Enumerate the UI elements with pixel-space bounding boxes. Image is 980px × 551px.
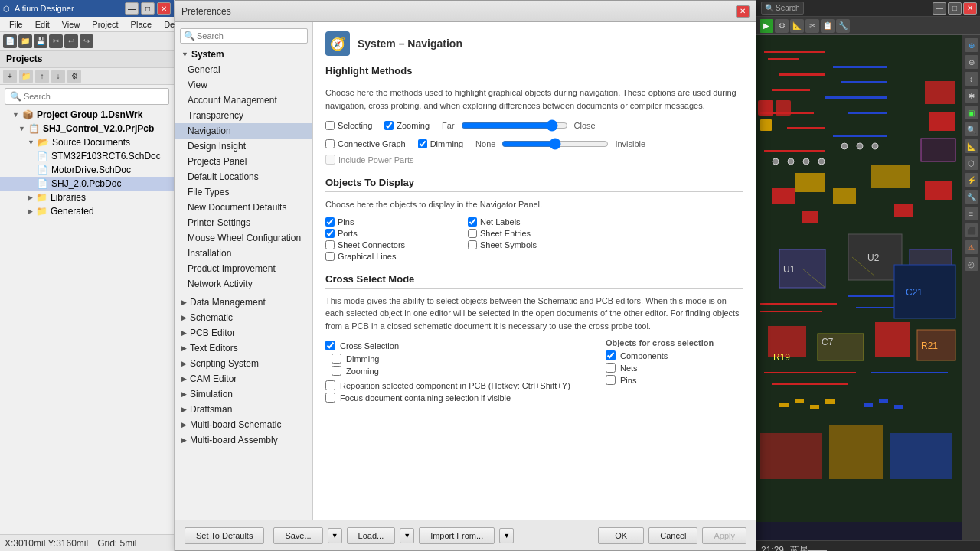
nav-item-default-locations[interactable]: Default Locations [175,169,312,184]
pcb-rt-6[interactable]: 🔍 [965,122,978,136]
pcb-rt-12[interactable]: ⬛ [965,223,978,237]
nav-item-scripting[interactable]: ▶ Scripting System [175,356,312,371]
panel-icon-3[interactable]: ↑ [35,70,49,83]
panel-icon-1[interactable]: + [3,70,17,83]
panel-icon-4[interactable]: ↓ [51,70,65,83]
graphical-lines-checkbox[interactable] [325,252,335,261]
maximize-button[interactable]: □ [141,2,155,15]
load-arrow-button[interactable]: ▼ [400,528,414,543]
cross-selection-checkbox[interactable] [325,341,335,350]
reposition-checkbox[interactable] [325,380,335,390]
tree-item-project-group[interactable]: ▼ 📦 Project Group 1.DsnWrk [0,108,174,122]
nav-search-input[interactable] [197,31,304,41]
nav-item-multiboard-asm[interactable]: ▶ Multi-board Assembly [175,432,312,448]
tree-item-pcb[interactable]: 📄 SHJ_2.0.PcbDoc [0,177,174,191]
pcb-rt-11[interactable]: ≡ [965,207,978,220]
nav-item-projects-panel[interactable]: Projects Panel [175,154,312,169]
save-arrow-button[interactable]: ▼ [328,528,342,543]
pcb-tool-1[interactable]: ▶ [760,19,773,33]
tree-item-generated[interactable]: ▶ 📁 Generated [0,204,174,218]
dimming-cs-checkbox[interactable] [332,354,341,364]
tree-item-project[interactable]: ▼ 📋 SHJ_Control_V2.0.PrjPcb [0,122,174,135]
nav-item-network-activity[interactable]: Network Activity [175,276,312,292]
sheet-symbols-checkbox[interactable] [468,240,477,249]
nav-item-pcb-editor[interactable]: ▶ PCB Editor [175,325,312,341]
toolbar-icon-6[interactable]: ↪ [80,34,93,48]
pcb-rt-5[interactable]: ▣ [965,106,978,119]
pcb-rt-3[interactable]: ↕ [965,72,978,86]
nav-item-text-editors[interactable]: ▶ Text Editors [175,341,312,356]
pins-checkbox[interactable] [325,217,335,227]
nav-item-data-mgmt[interactable]: ▶ Data Management [175,295,312,310]
panel-icon-5[interactable]: ⚙ [67,70,81,83]
dimming-checkbox[interactable] [418,139,427,148]
tree-item-source-docs[interactable]: ▼ 📂 Source Documents [0,135,174,149]
pcb-rt-4[interactable]: ✱ [965,89,978,103]
pcb-minimize-btn[interactable]: — [933,2,946,15]
nav-item-printer-settings[interactable]: Printer Settings [175,215,312,230]
nets-checkbox[interactable] [606,363,616,373]
nav-item-multiboard-sch[interactable]: ▶ Multi-board Schematic [175,417,312,432]
pcb-tool-6[interactable]: 🔧 [836,19,850,33]
nav-item-design-insight[interactable]: Design Insight [175,139,312,154]
nav-item-product-improvement[interactable]: Product Improvement [175,261,312,276]
nav-item-view[interactable]: View [175,77,312,93]
pcb-tool-5[interactable]: 📋 [821,19,835,33]
save-button[interactable]: Save... [273,527,322,544]
dialog-close-button[interactable]: ✕ [736,5,750,18]
menu-project[interactable]: Project [86,18,124,31]
apply-button[interactable]: Apply [702,527,746,544]
menu-file[interactable]: File [3,18,29,31]
toolbar-icon-3[interactable]: 💾 [34,34,47,48]
pcb-tool-2[interactable]: ⚙ [775,19,789,33]
components-checkbox[interactable] [606,350,616,360]
ports-checkbox[interactable] [325,229,335,238]
pcb-rt-2[interactable]: ⊖ [965,55,978,69]
pcb-rt-13[interactable]: ⚠ [965,240,978,254]
minimize-button[interactable]: — [125,2,139,15]
pcb-canvas[interactable]: U1 U2 U3 R19 C7 R21 [756,35,980,540]
nav-item-mouse-wheel[interactable]: Mouse Wheel Configuration [175,230,312,246]
toolbar-icon-5[interactable]: ↩ [64,34,78,48]
nav-item-navigation[interactable]: Navigation [175,123,312,139]
nav-item-new-doc-defaults[interactable]: New Document Defaults [175,200,312,215]
import-from-button[interactable]: Import From... [419,527,495,544]
pcb-tool-3[interactable]: 📐 [790,19,804,33]
app-close-button[interactable]: ✕ [157,2,171,15]
pcb-tool-4[interactable]: ✂ [805,19,819,33]
sheet-entries-checkbox[interactable] [468,229,477,238]
menu-view[interactable]: View [56,18,87,31]
nav-item-simulation[interactable]: ▶ Simulation [175,386,312,402]
panel-icon-2[interactable]: 📁 [19,70,33,83]
pcb-rt-10[interactable]: 🔧 [965,190,978,204]
import-arrow-button[interactable]: ▼ [499,528,514,543]
nav-item-installation[interactable]: Installation [175,246,312,261]
none-invisible-slider[interactable] [501,139,609,148]
zooming-cs-checkbox[interactable] [332,366,341,376]
nav-item-cam[interactable]: ▶ CAM Editor [175,371,312,386]
nav-item-schematic[interactable]: ▶ Schematic [175,310,312,325]
toolbar-icon-4[interactable]: ✂ [49,34,63,48]
pcb-rt-7[interactable]: 📐 [965,139,978,153]
nav-item-account-mgmt[interactable]: Account Management [175,93,312,108]
include-power-parts-checkbox[interactable] [325,155,335,165]
nav-item-file-types[interactable]: File Types [175,184,312,200]
tree-item-libraries[interactable]: ▶ 📁 Libraries [0,191,174,204]
cancel-button[interactable]: Cancel [648,527,697,544]
pcb-rt-1[interactable]: ⊕ [965,38,978,52]
toolbar-icon-1[interactable]: 📄 [3,34,17,48]
menu-edit[interactable]: Edit [29,18,56,31]
nav-item-draftsman[interactable]: ▶ Draftsman [175,402,312,417]
nav-item-transparency[interactable]: Transparency [175,108,312,123]
load-button[interactable]: Load... [347,527,396,544]
set-defaults-button[interactable]: Set To Defaults [185,527,264,544]
nav-item-system[interactable]: ▼ System [175,47,312,62]
net-labels-checkbox[interactable] [468,217,477,227]
nav-search-box[interactable]: 🔍 [180,28,308,44]
pcb-rt-9[interactable]: ⚡ [965,173,978,187]
pcb-rt-8[interactable]: ⬡ [965,156,978,170]
nav-item-general[interactable]: General [175,62,312,77]
sheet-connectors-checkbox[interactable] [325,240,335,249]
tree-item-stm32[interactable]: 📄 STM32F103RCT6.SchDoc [0,149,174,163]
connective-graph-checkbox[interactable] [325,139,335,148]
